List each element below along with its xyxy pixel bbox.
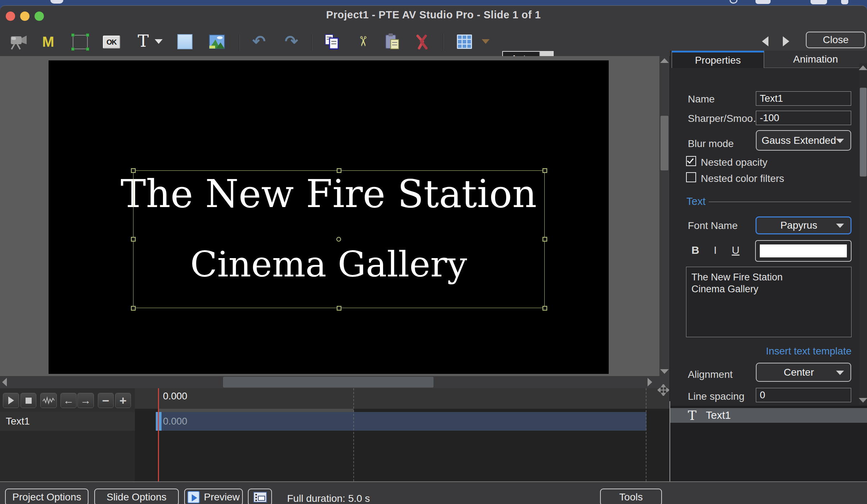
nested-opacity-checkbox[interactable] — [686, 156, 696, 166]
selection-rectangle-icon — [73, 35, 88, 49]
stop-button[interactable] — [21, 393, 36, 408]
grid-icon — [457, 35, 472, 49]
tools-button[interactable]: Tools — [600, 489, 662, 504]
waveform-button[interactable] — [40, 393, 57, 408]
font-name-select[interactable]: Papyrus — [755, 216, 852, 234]
ok-icon: OK — [103, 36, 120, 49]
text-tool-dropdown[interactable] — [154, 38, 163, 45]
tab-animation[interactable]: Animation — [764, 51, 867, 68]
text-content-area[interactable]: The New Fire Station Cinema Gallery — [686, 267, 852, 337]
text-tool-button[interactable]: T — [135, 32, 151, 50]
playhead-line[interactable] — [158, 388, 159, 481]
canvas-scrollbar-thumb[interactable] — [661, 116, 668, 170]
nested-opacity-label: Nested opacity — [701, 157, 767, 168]
horizontal-scrollbar-thumb[interactable] — [223, 377, 434, 388]
canvas-horizontal-scrollbar[interactable] — [0, 376, 669, 388]
add-image-button[interactable] — [209, 34, 225, 49]
alignment-select[interactable]: Center — [756, 363, 851, 382]
insert-text-template-link[interactable]: Insert text template — [686, 345, 852, 357]
menubar-control-icon — [755, 0, 771, 4]
text-content-line1: The New Fire Station — [691, 271, 846, 283]
next-keyframe-button[interactable]: → — [77, 393, 94, 408]
slide-options-button[interactable]: Slide Options — [94, 489, 179, 504]
close-button[interactable]: Close — [806, 32, 866, 48]
alignment-label: Alignment — [688, 369, 733, 380]
selection-handle-w[interactable] — [131, 237, 136, 242]
cut-button[interactable]: ✂ — [355, 33, 371, 50]
sharper-smoother-input[interactable]: -100 — [756, 111, 851, 125]
name-input[interactable]: Text1 — [756, 91, 851, 106]
panel-scrollbar[interactable] — [859, 63, 867, 405]
selection-handle-s[interactable] — [337, 306, 341, 311]
undo-button[interactable]: ↶ — [250, 32, 268, 50]
clip-time-label: 0.000 — [163, 416, 187, 427]
nested-color-filters-label: Nested color filters — [701, 173, 784, 184]
paste-button[interactable] — [383, 33, 401, 50]
scroll-up-icon[interactable] — [859, 65, 867, 70]
text1-clip[interactable]: 0.000 — [159, 412, 646, 431]
text-section-heading: Text — [686, 196, 705, 207]
scroll-right-icon[interactable] — [648, 378, 652, 386]
layer-item-text1[interactable]: T Text1 — [670, 406, 867, 423]
undo-icon: ↶ — [253, 32, 266, 50]
title-bar: Project1 - PTE AV Studio Pro - Slide 1 o… — [0, 6, 867, 22]
menubar-wifi-icon — [841, 0, 848, 4]
track-label: Text1 — [6, 416, 30, 427]
selection-center-handle[interactable] — [336, 237, 341, 242]
select-rectangle-tool-button[interactable] — [71, 34, 89, 50]
underline-button[interactable]: U — [732, 244, 740, 256]
redo-button[interactable]: ↷ — [282, 32, 301, 50]
text-section-divider — [709, 202, 851, 202]
keyframe-dashed-line — [353, 388, 354, 481]
prev-keyframe-button[interactable]: ← — [60, 393, 77, 408]
selection-handle-se[interactable] — [543, 306, 547, 311]
image-icon — [209, 35, 225, 49]
previous-slide-button[interactable] — [762, 36, 768, 46]
track-area[interactable]: 0.000 — [135, 409, 669, 481]
font-name-value: Papyrus — [780, 220, 817, 231]
tab-properties[interactable]: Properties — [672, 51, 764, 68]
timeline-ruler[interactable]: 0.000 — [135, 388, 669, 409]
panel-scrollbar-thumb[interactable] — [860, 88, 867, 177]
video-camera-icon[interactable] — [9, 33, 28, 50]
fullscreen-preview-button[interactable] — [248, 489, 272, 504]
selection-handle-e[interactable] — [543, 237, 547, 242]
ok-button-tool[interactable]: OK — [103, 35, 120, 49]
blur-mode-select[interactable]: Gauss Extended — [756, 130, 851, 151]
text-color-picker[interactable] — [755, 240, 852, 262]
selection-handle-nw[interactable] — [131, 168, 136, 173]
zoom-in-button[interactable]: + — [115, 393, 131, 408]
track-label-text1[interactable]: Text1 — [0, 412, 135, 431]
mask-tool-label: M — [42, 34, 54, 50]
clipboard-paste-icon — [383, 33, 400, 50]
grid-options-dropdown[interactable] — [481, 38, 491, 45]
selection-handle-sw[interactable] — [131, 306, 136, 311]
delete-button[interactable] — [414, 33, 430, 50]
italic-button[interactable]: I — [714, 244, 717, 256]
selection-handle-ne[interactable] — [543, 168, 547, 173]
next-slide-button[interactable] — [783, 36, 789, 46]
add-rectangle-button[interactable] — [177, 34, 193, 50]
selection-handle-n[interactable] — [337, 168, 341, 173]
mask-tool-button[interactable]: M — [40, 33, 56, 50]
nested-color-filters-checkbox[interactable] — [686, 172, 696, 182]
zoom-out-button[interactable]: − — [98, 393, 114, 408]
project-options-button[interactable]: Project Options — [5, 489, 88, 504]
bold-button[interactable]: B — [691, 244, 699, 256]
line-spacing-input[interactable]: 0 — [756, 388, 851, 402]
slide-options-label: Slide Options — [106, 491, 167, 503]
scroll-down-icon[interactable] — [859, 398, 867, 403]
plus-icon: + — [119, 394, 127, 408]
move-cursor-icon — [658, 384, 669, 396]
copy-button[interactable] — [323, 33, 341, 50]
preview-button[interactable]: Preview — [184, 489, 243, 504]
check-icon — [687, 157, 694, 164]
play-button[interactable] — [3, 393, 19, 408]
scroll-up-icon[interactable] — [660, 58, 669, 63]
scroll-left-icon[interactable] — [2, 378, 7, 386]
clip-end-dashed-line — [646, 388, 646, 481]
slide-duration-strip — [159, 409, 354, 412]
scroll-down-icon[interactable] — [660, 369, 669, 374]
grid-view-button[interactable] — [456, 34, 473, 49]
canvas-vertical-scrollbar[interactable] — [659, 56, 669, 376]
